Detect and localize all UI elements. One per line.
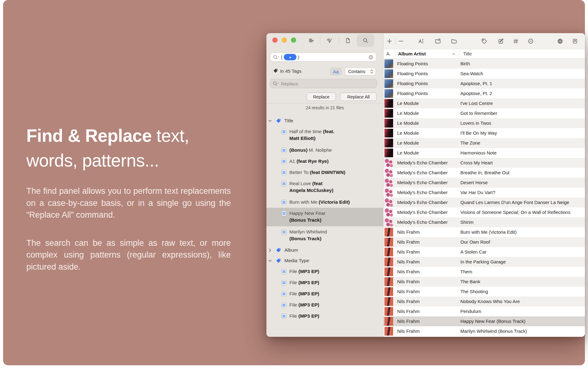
- file-result-icon: [281, 229, 287, 235]
- file-result-icon: [281, 170, 287, 176]
- find-token-wildcard[interactable]: *: [284, 54, 296, 60]
- compose-icon[interactable]: [495, 35, 507, 47]
- folder-new-icon[interactable]: [432, 35, 444, 47]
- tree-result-label: File (MP3 EP): [289, 268, 319, 275]
- table-row[interactable]: Nils FrahmThe Shooting: [384, 287, 585, 297]
- search-icon[interactable]: [357, 34, 374, 47]
- table-row[interactable]: Melody's Echo ChamberShirim: [384, 217, 585, 227]
- sort-ascending-icon[interactable]: [452, 52, 456, 56]
- replace-button[interactable]: Replace: [307, 93, 336, 101]
- table-row[interactable]: Floating PointsSea-Watch: [384, 69, 585, 79]
- table-row[interactable]: Floating PointsApoptose, Pt. 2: [384, 89, 585, 98]
- tag-icon: [273, 68, 278, 73]
- table-row[interactable]: Nils FrahmNobody Knows Who You Are: [384, 297, 585, 306]
- hash-icon[interactable]: [510, 35, 522, 47]
- device-icon[interactable]: [569, 35, 581, 47]
- tree-result-item[interactable]: File (MP3 EP): [266, 310, 383, 322]
- replace-all-button[interactable]: Replace All: [340, 93, 377, 101]
- album-art-thumbnail: [384, 238, 393, 246]
- table-row[interactable]: Melody's Echo ChamberQuand Les Larmes D'…: [384, 198, 585, 207]
- file-result-icon: [281, 280, 287, 286]
- tree-result-item[interactable]: Burn with Me (Victoria Edit): [266, 197, 383, 208]
- tree-result-item[interactable]: File (MP3 EP): [266, 288, 383, 299]
- tree-group-title[interactable]: Title: [266, 115, 383, 126]
- tree-result-item[interactable]: File (MP3 EP): [266, 266, 383, 277]
- tree-result-item[interactable]: Marilyn Whirlwind(Bonus Track): [266, 226, 383, 245]
- table-row[interactable]: Le ModuleI'll Be On My Way: [384, 128, 585, 138]
- file-result-icon: [281, 291, 287, 297]
- tree-result-item[interactable]: File (MP3 EP): [266, 299, 383, 310]
- table-row[interactable]: Le ModuleI've Lost Centre: [384, 98, 585, 108]
- table-row[interactable]: Melody's Echo ChamberVisions of Someone …: [384, 207, 585, 217]
- remove-icon[interactable]: [524, 35, 537, 47]
- column-header-artwork[interactable]: A.: [386, 51, 391, 56]
- align-lines-icon[interactable]: [305, 34, 318, 47]
- zoom-window-button[interactable]: [291, 37, 296, 43]
- column-header-album-artist[interactable]: Album Artist: [398, 51, 426, 56]
- file-result-icon: [281, 313, 287, 319]
- replace-input[interactable]: Replace: [270, 79, 377, 88]
- minimize-window-button[interactable]: [282, 37, 287, 43]
- tree-result-item[interactable]: Real Love (featAngela McCluskey): [266, 178, 383, 197]
- table-row[interactable]: Melody's Echo ChamberDesert Horse: [384, 178, 585, 188]
- rename-icon[interactable]: [415, 35, 427, 47]
- match-case-button[interactable]: Aa: [330, 67, 342, 76]
- minus-icon[interactable]: [395, 35, 407, 47]
- chevron-right-icon[interactable]: [268, 248, 272, 252]
- hero-paragraph-2: The search can be as simple as raw text,…: [26, 237, 231, 273]
- clear-search-icon[interactable]: [368, 54, 374, 60]
- table-row[interactable]: Nils FrahmIn the Parking Garage: [384, 257, 585, 267]
- tree-result-item[interactable]: Better To (feat DWNTWN): [266, 167, 383, 178]
- album-art-thumbnail: [384, 149, 393, 157]
- cell-title: Quand Les Larmes D'un Ange Font Danser L…: [460, 200, 569, 205]
- search-caret-icon[interactable]: [273, 81, 279, 86]
- table-row[interactable]: Le ModuleGot to Remember: [384, 108, 585, 118]
- column-divider[interactable]: [459, 50, 459, 58]
- folder-icon[interactable]: [448, 35, 460, 47]
- tree-result-item[interactable]: File (MP3 EP): [266, 277, 383, 288]
- table-row[interactable]: Nils FrahmBurn with Me (Victoria Edit): [384, 227, 585, 237]
- tree-result-item[interactable]: A1 (feat Rye Rye): [266, 156, 383, 167]
- tree-result-item[interactable]: (Bonus) M. Noliphe: [266, 145, 383, 156]
- cell-title: Desert Horse: [460, 180, 488, 185]
- album-art-thumbnail: [384, 109, 393, 118]
- waveform-icon[interactable]: [323, 34, 336, 47]
- cell-album-artist: Le Module: [397, 111, 419, 116]
- table-row[interactable]: Nils FrahmA Stolen Car: [384, 247, 585, 257]
- table-row[interactable]: Nils FrahmThe Bank: [384, 277, 585, 287]
- table-row[interactable]: Le ModuleLovers in Twos: [384, 118, 585, 128]
- table-row[interactable]: Le ModuleHarmonious Note: [384, 148, 585, 158]
- table-row[interactable]: Melody's Echo ChamberCross My Heart: [384, 158, 585, 168]
- table-row[interactable]: Nils FrahmHappy New Fear (Bonus Track): [384, 316, 585, 326]
- column-header-title[interactable]: Title: [463, 51, 472, 56]
- table-row[interactable]: Floating PointsApoptose, Pt. 1: [384, 79, 585, 89]
- toolbar-divider: [395, 37, 396, 45]
- table-row[interactable]: Floating PointsBirth: [384, 59, 585, 69]
- tree-group-album[interactable]: Album: [266, 245, 383, 255]
- column-divider[interactable]: [396, 50, 396, 58]
- match-mode-select[interactable]: Contains: [345, 67, 376, 76]
- cell-album-artist: Le Module: [397, 120, 419, 126]
- globe-icon[interactable]: [554, 35, 566, 47]
- close-window-button[interactable]: [272, 37, 278, 43]
- chevron-down-icon[interactable]: [268, 259, 272, 263]
- tree-result-label: Half of the time (feat.Matt Elliott): [289, 128, 335, 142]
- table-row[interactable]: Nils FrahmPendulum: [384, 306, 585, 316]
- table-row[interactable]: Le ModuleThe Zone: [384, 138, 585, 148]
- plus-icon[interactable]: [383, 35, 396, 47]
- table-row[interactable]: Nils FrahmOur Own Roof: [384, 237, 585, 247]
- table-row[interactable]: Nils FrahmMarilyn Whirlwind (Bonus Track…: [384, 326, 585, 336]
- document-icon[interactable]: [342, 34, 354, 47]
- album-art-thumbnail: [384, 119, 393, 128]
- table-row[interactable]: Nils FrahmThem: [384, 267, 585, 277]
- table-row[interactable]: Melody's Echo ChamberBreathe In, Breathe…: [384, 168, 585, 178]
- tag-icon[interactable]: [478, 35, 490, 47]
- tree-result-item[interactable]: Half of the time (feat.Matt Elliott): [266, 126, 383, 145]
- search-caret-icon[interactable]: [273, 55, 280, 60]
- tree-result-item[interactable]: Happy New Fear(Bonus Track): [266, 208, 383, 226]
- tree-group-media-type[interactable]: Media Type: [266, 255, 383, 266]
- chevron-down-icon[interactable]: [268, 119, 272, 123]
- table-row[interactable]: Melody's Echo ChamberVar Har Du Vart?: [384, 188, 585, 198]
- cell-album-artist: Nils Frahm: [397, 309, 420, 314]
- find-input[interactable]: ( * ): [270, 53, 376, 62]
